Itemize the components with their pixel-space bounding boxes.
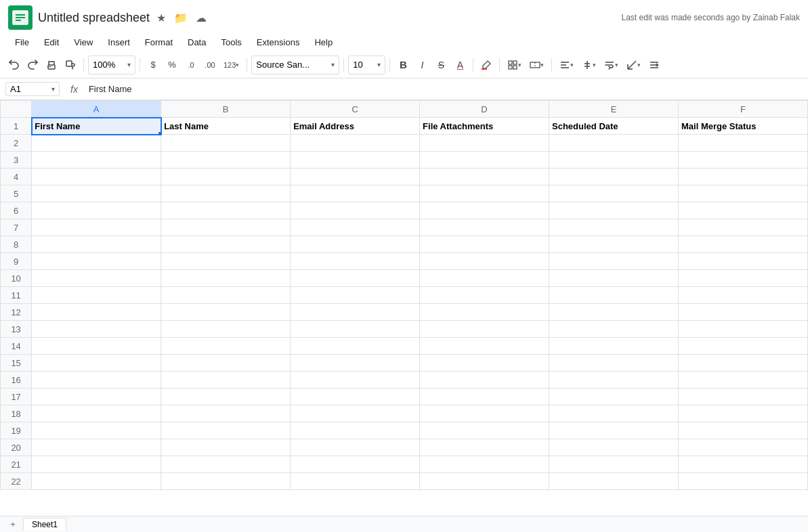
cell-B7[interactable]: [161, 219, 291, 236]
percent-button[interactable]: %: [163, 56, 181, 74]
cell-D17[interactable]: [420, 389, 549, 405]
cell-D12[interactable]: [420, 304, 549, 321]
cell-B21[interactable]: [161, 456, 291, 473]
more-functions-button[interactable]: [645, 56, 663, 74]
cell-E7[interactable]: [549, 219, 679, 236]
cell-D19[interactable]: [420, 422, 549, 439]
row-header-2[interactable]: 2: [1, 135, 32, 152]
cell-F8[interactable]: [678, 236, 807, 253]
cell-A3[interactable]: [32, 152, 161, 169]
cell-D4[interactable]: [420, 169, 549, 185]
cell-E8[interactable]: [549, 236, 679, 253]
cell-A18[interactable]: [32, 405, 161, 422]
row-header-9[interactable]: 9: [1, 253, 32, 270]
cell-B18[interactable]: [161, 405, 291, 422]
row-header-17[interactable]: 17: [1, 389, 32, 405]
row-header-20[interactable]: 20: [1, 439, 32, 456]
format-number-button[interactable]: 123 ▾: [220, 56, 242, 74]
cell-C18[interactable]: [291, 405, 420, 422]
cell-E1[interactable]: Scheduled Date: [549, 118, 679, 135]
menu-file[interactable]: File: [8, 35, 36, 50]
cell-E22[interactable]: [549, 473, 679, 490]
cell-A13[interactable]: [32, 321, 161, 338]
cell-D10[interactable]: [420, 270, 549, 287]
row-header-1[interactable]: 1: [1, 118, 32, 135]
cell-C4[interactable]: [291, 169, 420, 185]
decimal-more-button[interactable]: .00: [201, 56, 219, 74]
cell-D20[interactable]: [420, 439, 549, 456]
cell-E21[interactable]: [549, 456, 679, 473]
formula-input[interactable]: First Name: [89, 84, 803, 94]
cell-A14[interactable]: [32, 338, 161, 355]
cell-D13[interactable]: [420, 321, 549, 338]
valign-button[interactable]: ▾: [578, 56, 599, 74]
cell-D21[interactable]: [420, 456, 549, 473]
cell-E20[interactable]: [549, 439, 679, 456]
underline-button[interactable]: A: [451, 56, 469, 74]
cell-C10[interactable]: [291, 270, 420, 287]
cell-C14[interactable]: [291, 338, 420, 355]
cell-C11[interactable]: [291, 287, 420, 304]
cell-C5[interactable]: [291, 185, 420, 202]
cell-E2[interactable]: [549, 135, 679, 152]
cell-A12[interactable]: [32, 304, 161, 321]
cell-A20[interactable]: [32, 439, 161, 456]
cell-A7[interactable]: [32, 219, 161, 236]
cell-F20[interactable]: [678, 439, 807, 456]
cell-E4[interactable]: [549, 169, 679, 185]
cell-F1[interactable]: Mail Merge Status: [678, 118, 807, 135]
cell-A9[interactable]: [32, 253, 161, 270]
cell-A8[interactable]: [32, 236, 161, 253]
cell-F16[interactable]: [678, 372, 807, 389]
col-header-B[interactable]: B: [161, 101, 291, 118]
cloud-icon[interactable]: ☁: [194, 10, 208, 26]
cell-E11[interactable]: [549, 287, 679, 304]
cell-reference[interactable]: A1 ▾: [5, 82, 60, 96]
cell-C13[interactable]: [291, 321, 420, 338]
col-header-D[interactable]: D: [420, 101, 549, 118]
menu-view[interactable]: View: [67, 35, 100, 50]
cell-C12[interactable]: [291, 304, 420, 321]
col-header-E[interactable]: E: [549, 101, 679, 118]
cell-D6[interactable]: [420, 202, 549, 219]
row-header-12[interactable]: 12: [1, 304, 32, 321]
cell-F3[interactable]: [678, 152, 807, 169]
cell-D18[interactable]: [420, 405, 549, 422]
cell-D8[interactable]: [420, 236, 549, 253]
cell-D14[interactable]: [420, 338, 549, 355]
cell-A6[interactable]: [32, 202, 161, 219]
cell-B13[interactable]: [161, 321, 291, 338]
cell-E16[interactable]: [549, 372, 679, 389]
cell-C3[interactable]: [291, 152, 420, 169]
cell-C9[interactable]: [291, 253, 420, 270]
cell-F6[interactable]: [678, 202, 807, 219]
cell-E6[interactable]: [549, 202, 679, 219]
cell-B9[interactable]: [161, 253, 291, 270]
undo-button[interactable]: [5, 56, 23, 74]
cell-B19[interactable]: [161, 422, 291, 439]
row-header-13[interactable]: 13: [1, 321, 32, 338]
row-header-10[interactable]: 10: [1, 270, 32, 287]
cell-D16[interactable]: [420, 372, 549, 389]
borders-button[interactable]: ▾: [504, 56, 525, 74]
cell-A10[interactable]: [32, 270, 161, 287]
row-header-11[interactable]: 11: [1, 287, 32, 304]
cell-B1[interactable]: Last Name: [161, 118, 291, 135]
row-header-7[interactable]: 7: [1, 219, 32, 236]
cell-C16[interactable]: [291, 372, 420, 389]
row-header-6[interactable]: 6: [1, 202, 32, 219]
row-header-21[interactable]: 21: [1, 456, 32, 473]
cell-F19[interactable]: [678, 422, 807, 439]
cell-F13[interactable]: [678, 321, 807, 338]
menu-help[interactable]: Help: [307, 35, 339, 50]
cell-D5[interactable]: [420, 185, 549, 202]
decimal-less-button[interactable]: .0: [182, 56, 200, 74]
menu-tools[interactable]: Tools: [214, 35, 248, 50]
cell-E10[interactable]: [549, 270, 679, 287]
row-header-4[interactable]: 4: [1, 169, 32, 185]
cell-C17[interactable]: [291, 389, 420, 405]
row-header-14[interactable]: 14: [1, 338, 32, 355]
font-selector[interactable]: Source San... ▾: [251, 56, 339, 74]
cell-F4[interactable]: [678, 169, 807, 185]
cell-E13[interactable]: [549, 321, 679, 338]
